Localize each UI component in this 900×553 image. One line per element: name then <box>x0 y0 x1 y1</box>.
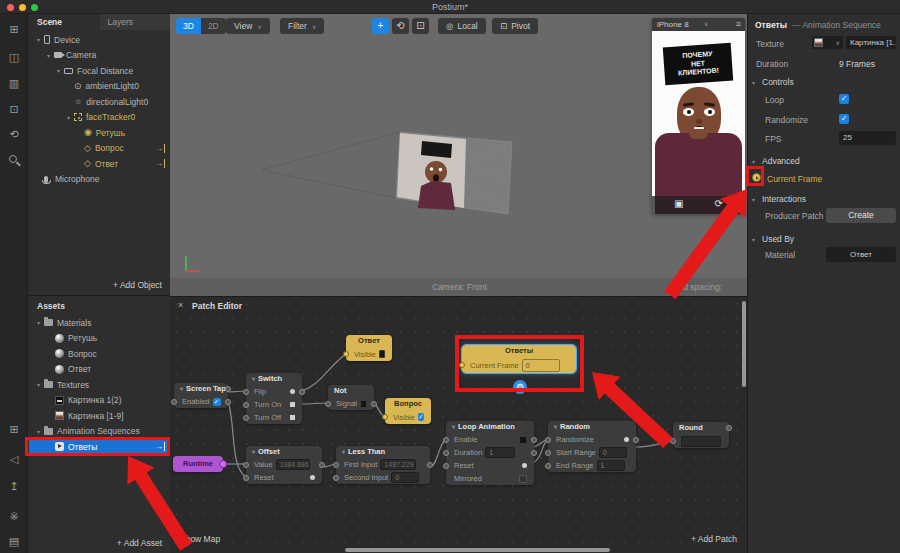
bug-icon[interactable]: ※ <box>0 507 28 525</box>
assets-folder-textures[interactable]: Textures <box>29 377 170 393</box>
output-port[interactable] <box>225 399 231 405</box>
material-value[interactable]: Ответ <box>826 247 896 262</box>
patch-runtime[interactable]: Runtime <box>173 456 223 472</box>
used-by-section[interactable]: Used By <box>752 234 794 244</box>
output-port[interactable] <box>531 450 537 456</box>
megaphone-icon[interactable]: ◁ <box>0 450 28 468</box>
scene-item-focal-distance[interactable]: Focal Distance <box>29 63 170 79</box>
add-folder-icon[interactable]: ⊞ <box>0 420 28 438</box>
asset-material-retouch[interactable]: Ретушь <box>29 331 170 347</box>
add-object-button[interactable]: + Add Object <box>113 280 162 290</box>
mode-2d-button[interactable]: 2D <box>201 18 226 34</box>
video-icon[interactable]: ◫ <box>0 48 28 66</box>
output-port[interactable] <box>225 386 231 392</box>
patch-offset[interactable]: Offset Value1984.886 Reset <box>246 446 322 484</box>
scene-item-directional-light[interactable]: ☼directionalLight0 <box>29 94 170 110</box>
patch-vopros[interactable]: Вопрос Visible <box>385 398 431 424</box>
vertical-scrollbar[interactable] <box>742 301 746 387</box>
scene-item-vopros[interactable]: ◇Вопрос <box>29 141 170 157</box>
add-patch-button[interactable]: + Add Patch <box>691 534 737 544</box>
duration-input[interactable]: 1 <box>485 447 515 458</box>
input-port[interactable] <box>243 389 249 395</box>
pivot-toggle-button[interactable]: ⊡Pivot <box>492 18 538 34</box>
output-port[interactable] <box>319 462 325 468</box>
local-toggle-button[interactable]: ◎Local <box>438 18 486 34</box>
texture-value[interactable]: Картинка [1... <box>846 36 896 49</box>
sync-icon[interactable]: ⟲ <box>0 125 28 143</box>
create-producer-patch-button[interactable]: Create <box>826 208 896 223</box>
fps-input[interactable]: 25 <box>839 131 896 145</box>
pulse-widget[interactable] <box>290 415 295 420</box>
show-map-button[interactable]: Show Map <box>180 534 220 544</box>
output-port[interactable] <box>219 460 227 468</box>
scene-item-microphone[interactable]: Microphone <box>29 172 170 188</box>
scene-item-camera[interactable]: Camera <box>29 48 170 64</box>
input-port[interactable] <box>333 475 339 481</box>
input-port[interactable] <box>443 437 449 443</box>
texture-picker[interactable] <box>812 36 843 49</box>
input-port[interactable] <box>443 450 449 456</box>
input-port[interactable] <box>545 463 551 469</box>
asset-texture-kartinka-1-2[interactable]: Картинка 1(2) <box>29 393 170 409</box>
asset-texture-kartinka-1-9[interactable]: Картинка [1-9] <box>29 408 170 424</box>
tab-layers[interactable]: Layers <box>100 14 171 30</box>
input-port[interactable] <box>545 437 551 443</box>
asset-material-vopros[interactable]: Вопрос <box>29 346 170 362</box>
patch-screen-tap[interactable]: Screen Tap Enabled <box>174 383 228 408</box>
chevron-down-icon[interactable] <box>704 20 708 27</box>
patch-not[interactable]: Not Signal <box>328 385 374 410</box>
input-port[interactable] <box>243 475 249 481</box>
mirrored-checkbox[interactable] <box>519 475 527 483</box>
patch-switch[interactable]: Switch Flip Turn On Turn Off <box>246 373 302 424</box>
patch-less-than[interactable]: Less Than First Input1487.229 Second Inp… <box>336 446 430 484</box>
patch-round[interactable]: Round <box>673 422 729 448</box>
patch-random[interactable]: Random Randomize Start Range0 End Range1 <box>548 421 636 472</box>
value-box[interactable] <box>379 350 385 358</box>
rotate-tool-button[interactable]: ⟲ <box>392 18 409 34</box>
split-view-icon[interactable]: ▥ <box>0 74 28 92</box>
horizontal-scrollbar[interactable] <box>345 548 610 552</box>
input-port[interactable] <box>243 462 249 468</box>
camera-flip-icon[interactable]: ⟳ <box>715 198 723 209</box>
input-port[interactable] <box>443 463 449 469</box>
export-icon[interactable]: ↥ <box>0 477 28 495</box>
input-port[interactable] <box>343 351 349 357</box>
interactions-section[interactable]: Interactions <box>752 194 806 204</box>
input-port[interactable] <box>382 414 388 420</box>
second-input-value[interactable]: 0 <box>391 472 419 483</box>
move-tool-button[interactable]: + <box>372 18 389 34</box>
enabled-checkbox[interactable] <box>213 398 221 406</box>
output-port[interactable] <box>427 462 433 468</box>
output-port[interactable] <box>633 437 639 443</box>
output-port[interactable] <box>371 401 377 407</box>
frame-icon[interactable]: ⊡ <box>0 100 28 118</box>
input-port[interactable] <box>171 399 177 405</box>
scene-item-ambient-light[interactable]: ⊙ambientLight0 <box>29 79 170 95</box>
scale-tool-button[interactable]: ⊡ <box>412 18 429 34</box>
camera-capture-icon[interactable]: ▣ <box>674 198 683 209</box>
input-port[interactable] <box>670 438 676 444</box>
loop-checkbox[interactable] <box>839 94 849 104</box>
enable-box[interactable] <box>519 436 527 444</box>
add-asset-button[interactable]: + Add Asset <box>117 538 162 548</box>
advanced-section[interactable]: Advanced <box>752 156 800 166</box>
view-dropdown[interactable]: View <box>226 18 270 34</box>
end-range-input[interactable]: 1 <box>597 460 625 471</box>
input-port[interactable] <box>243 415 249 421</box>
controls-section[interactable]: Controls <box>752 77 794 87</box>
layout-icon[interactable]: ⊞ <box>0 20 28 38</box>
randomize-checkbox[interactable] <box>839 114 849 124</box>
output-port[interactable] <box>531 437 537 443</box>
scene-item-otvet[interactable]: ◇Ответ <box>29 156 170 172</box>
patch-otvet[interactable]: Ответ Visible <box>346 335 392 361</box>
patch-loop-animation[interactable]: Loop Animation Enable Duration1 Reset Mi… <box>446 421 534 485</box>
visible-checkbox[interactable] <box>418 413 424 421</box>
output-port[interactable] <box>299 389 305 395</box>
input-port[interactable] <box>243 402 249 408</box>
tab-scene[interactable]: Scene <box>29 14 100 30</box>
pulse-widget[interactable] <box>290 402 295 407</box>
scene-item-retouch[interactable]: ◉Ретушь <box>29 125 170 141</box>
assets-folder-materials[interactable]: Materials <box>29 315 170 331</box>
scene-item-facetracker[interactable]: faceTracker0 <box>29 110 170 126</box>
scene-item-device[interactable]: Device <box>29 32 170 48</box>
